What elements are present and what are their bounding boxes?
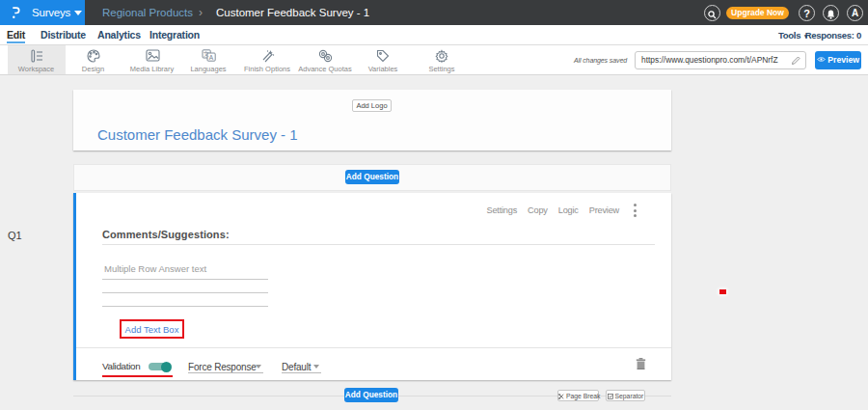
svg-text:A: A	[209, 54, 214, 61]
